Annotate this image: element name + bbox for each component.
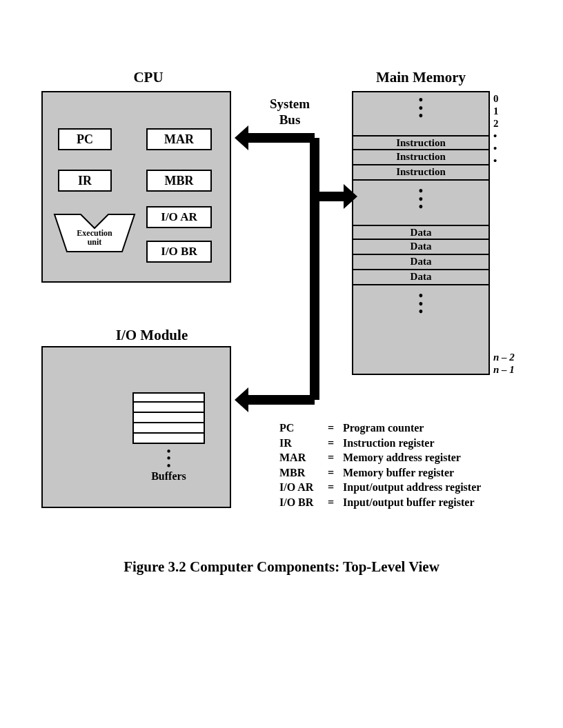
svg-rect-6 <box>248 395 315 405</box>
memory-row-data: Data <box>352 270 490 285</box>
legend-eq: = <box>328 421 343 436</box>
memory-row-instruction: Instruction <box>352 135 490 150</box>
figure-caption: Figure 3.2 Computer Components: Top-Leve… <box>0 558 563 576</box>
memory-row-instruction: Instruction <box>352 165 490 181</box>
svg-marker-5 <box>235 125 248 150</box>
diagram-container: CPU Main Memory I/O Module System Bus PC… <box>41 69 524 552</box>
buffer-row <box>132 392 205 403</box>
legend-eq: = <box>328 495 343 510</box>
cpu-title: CPU <box>103 69 193 86</box>
legend: PC=Program counter IR=Instruction regist… <box>279 421 481 510</box>
legend-key: PC <box>279 421 328 436</box>
legend-eq: = <box>328 480 343 495</box>
svg-rect-4 <box>248 133 315 143</box>
mbr-register: MBR <box>146 170 212 192</box>
memory-row-data: Data <box>352 240 490 255</box>
buffer-row <box>132 403 205 413</box>
buffers-label: Buffers <box>132 470 205 483</box>
svg-rect-2 <box>315 192 344 201</box>
ir-register: IR <box>58 170 112 192</box>
mar-register: MAR <box>146 128 212 150</box>
memory-addr-dot: • <box>493 130 497 142</box>
buffer-row <box>132 434 205 444</box>
buffer-row <box>132 423 205 434</box>
memory-instruction-rows: Instruction Instruction Instruction ••• <box>352 135 490 219</box>
exec-line2: unit <box>88 237 102 247</box>
legend-row: MBR=Memory buffer register <box>279 465 481 481</box>
legend-val: Memory buffer register <box>343 465 454 481</box>
memory-mid-dots: ••• <box>352 181 490 219</box>
legend-eq: = <box>328 450 343 465</box>
exec-line1: Execution <box>77 228 112 238</box>
legend-eq: = <box>328 436 343 451</box>
memory-title: Main Memory <box>359 69 483 86</box>
legend-row: I/O AR=Input/output address register <box>279 480 481 495</box>
legend-val: Program counter <box>343 421 424 436</box>
legend-val: Input/output buffer register <box>343 495 475 510</box>
memory-addr-n2: n – 2 <box>493 352 515 363</box>
bus-label-line2: Bus <box>279 112 301 127</box>
buffer-dots: ••• <box>132 444 205 474</box>
memory-bottom-dots: ••• <box>352 285 490 323</box>
memory-row-instruction: Instruction <box>352 150 490 165</box>
legend-row: MAR=Memory address register <box>279 450 481 465</box>
memory-addr-0: 0 <box>493 93 499 105</box>
memory-top-dots: ••• <box>353 97 488 121</box>
memory-data-rows: Data Data Data Data ••• <box>352 225 490 323</box>
bus-label: System Bus <box>266 97 314 128</box>
legend-row: PC=Program counter <box>279 421 481 436</box>
io-ar-register: I/O AR <box>146 206 212 228</box>
memory-block: ••• Instruction Instruction Instruction … <box>352 91 490 375</box>
legend-key: I/O AR <box>279 480 328 495</box>
legend-val: Input/output address register <box>343 480 481 495</box>
legend-val: Instruction register <box>343 436 435 451</box>
legend-key: MBR <box>279 465 328 481</box>
legend-eq: = <box>328 465 343 481</box>
svg-marker-7 <box>235 387 248 412</box>
legend-key: I/O BR <box>279 495 328 510</box>
memory-addr-1: 1 <box>493 105 499 117</box>
legend-row: IR=Instruction register <box>279 436 481 451</box>
legend-key: IR <box>279 436 328 451</box>
bus-label-line1: System <box>270 97 310 111</box>
memory-row-data: Data <box>352 255 490 270</box>
memory-addr-n1: n – 1 <box>493 364 515 376</box>
buffer-stack: ••• <box>132 392 205 474</box>
legend-key: MAR <box>279 450 328 465</box>
io-title: I/O Module <box>90 327 214 344</box>
memory-addr-dot: • <box>493 155 497 167</box>
execution-unit: Execution unit <box>53 213 136 253</box>
memory-addr-2: 2 <box>493 118 499 130</box>
buffer-row <box>132 413 205 423</box>
memory-addr-dot: • <box>493 143 497 154</box>
io-block: ••• Buffers <box>41 346 231 508</box>
io-br-register: I/O BR <box>146 241 212 263</box>
cpu-block: PC MAR IR MBR I/O AR I/O BR Execution un… <box>41 91 231 283</box>
legend-val: Memory address register <box>343 450 461 465</box>
legend-row: I/O BR=Input/output buffer register <box>279 495 481 510</box>
memory-row-data: Data <box>352 225 490 240</box>
pc-register: PC <box>58 128 112 150</box>
svg-rect-1 <box>310 138 319 400</box>
